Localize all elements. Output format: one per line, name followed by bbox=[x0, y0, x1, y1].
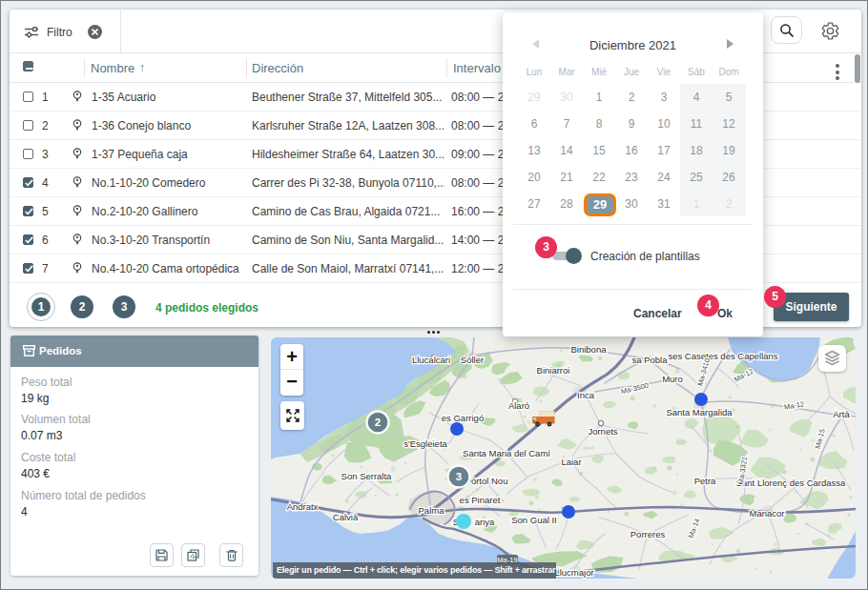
svg-text:Binibona: Binibona bbox=[571, 344, 608, 355]
svg-text:Biniarroi: Biniarroi bbox=[537, 365, 570, 376]
svg-text:Llucalcari: Llucalcari bbox=[412, 355, 450, 365]
svg-text:Santa Maria del Camí: Santa Maria del Camí bbox=[463, 448, 550, 458]
svg-text:Palma: Palma bbox=[419, 505, 445, 516]
svg-text:s'Esgleieta: s'Esgleieta bbox=[403, 438, 447, 449]
svg-text:Santa Margalida: Santa Margalida bbox=[666, 407, 733, 417]
svg-text:Laiar: Laiar bbox=[561, 457, 581, 467]
svg-text:sa Pobla: sa Pobla bbox=[632, 355, 669, 365]
svg-text:Artà: Artà bbox=[833, 409, 850, 419]
svg-text:3: 3 bbox=[456, 471, 462, 482]
svg-text:Inca: Inca bbox=[577, 390, 595, 400]
svg-text:Andratx: Andratx bbox=[287, 501, 319, 512]
svg-text:Son Serralta: Son Serralta bbox=[341, 471, 393, 481]
svg-text:Calvià: Calvià bbox=[333, 512, 359, 522]
svg-text:Sóller: Sóller bbox=[461, 355, 484, 365]
svg-text:anya: anya bbox=[475, 517, 495, 527]
svg-text:es Pinaret: es Pinaret bbox=[460, 495, 501, 505]
svg-text:Muro: Muro bbox=[662, 374, 683, 384]
svg-text:Llucmajor: Llucmajor bbox=[554, 567, 593, 578]
svg-text:es Garrigó: es Garrigó bbox=[442, 413, 484, 423]
svg-text:2: 2 bbox=[375, 417, 381, 428]
svg-text:ses Casetes des Capellans: ses Casetes des Capellans bbox=[668, 351, 777, 361]
svg-text:Alaró: Alaró bbox=[508, 400, 529, 411]
svg-text:Porreres: Porreres bbox=[630, 529, 666, 539]
svg-text:Petra: Petra bbox=[694, 476, 716, 486]
svg-text:Manacor: Manacor bbox=[750, 508, 785, 519]
svg-text:Sant Llorenç des Cardassa: Sant Llorenç des Cardassa bbox=[736, 478, 846, 488]
svg-text:Jornets: Jornets bbox=[588, 426, 617, 437]
svg-text:Son Gual II: Son Gual II bbox=[511, 515, 557, 525]
svg-text:Pòrtol Nou: Pòrtol Nou bbox=[465, 476, 508, 486]
